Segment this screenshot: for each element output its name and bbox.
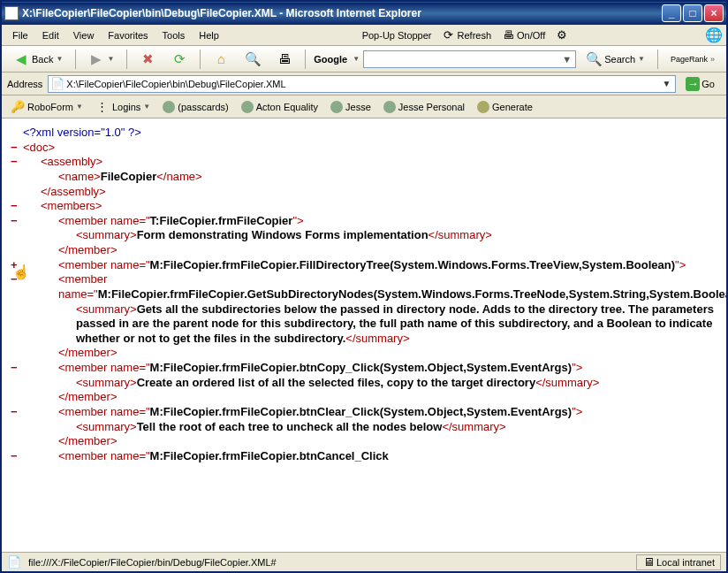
menubar: File Edit View Favorites Tools Help Pop-… bbox=[2, 25, 726, 46]
logins-button[interactable]: ⋮Logins▼ bbox=[92, 98, 154, 116]
page-icon: 📄 bbox=[7, 555, 21, 569]
xml-viewer[interactable]: <?xml version="1.0" ?> −<doc> −<assembly… bbox=[2, 118, 726, 552]
generate-button[interactable]: Generate bbox=[474, 99, 536, 115]
ie-window: X:\FileCopier\FileCopier\bin\Debug\FileC… bbox=[0, 0, 728, 573]
address-bar: Address 📄 ▼ →Go bbox=[2, 73, 726, 96]
person-icon bbox=[330, 101, 343, 113]
search-icon: 🔍 bbox=[586, 51, 602, 67]
collapse-toggle[interactable]: − bbox=[11, 405, 18, 420]
settings-icon[interactable]: ⚙ bbox=[551, 27, 573, 44]
forward-button[interactable]: ▶▼ bbox=[82, 48, 120, 71]
menu-help[interactable]: Help bbox=[192, 27, 226, 43]
xml-pi: <?xml version="1.0" ?> bbox=[23, 126, 141, 139]
window-title: X:\FileCopier\FileCopier\bin\Debug\FileC… bbox=[22, 7, 662, 19]
forward-arrow-icon: ▶ bbox=[88, 51, 104, 67]
generate-icon bbox=[477, 101, 489, 113]
roboform-button[interactable]: 🔑RoboForm▼ bbox=[7, 98, 87, 116]
go-arrow-icon: → bbox=[686, 77, 700, 91]
google-search-input[interactable] bbox=[364, 51, 558, 67]
roboform-icon: 🔑 bbox=[11, 100, 25, 114]
content-area: <?xml version="1.0" ?> −<doc> −<assembly… bbox=[2, 118, 726, 552]
collapse-toggle[interactable]: − bbox=[11, 272, 18, 287]
menu-favorites[interactable]: Favorites bbox=[101, 27, 155, 43]
collapse-toggle[interactable]: − bbox=[11, 199, 18, 214]
print-icon: 🖶 bbox=[277, 51, 292, 67]
pagerank-button[interactable]: PageRank» bbox=[664, 51, 721, 67]
refresh-button[interactable]: ⟳ bbox=[165, 48, 193, 71]
xml-file-icon: 📄 bbox=[50, 77, 64, 91]
back-button[interactable]: ◀Back▼ bbox=[7, 48, 69, 71]
menu-file[interactable]: File bbox=[5, 27, 35, 43]
onoff-link[interactable]: 🖶On/Off bbox=[497, 27, 549, 44]
status-zone: 🖥Local intranet bbox=[636, 554, 721, 570]
popup-stopper-link[interactable]: Pop-Up Stopper bbox=[359, 28, 436, 42]
roboform-toolbar: 🔑RoboForm▼ ⋮Logins▼ (passcards) Acton Eq… bbox=[2, 96, 726, 118]
address-dropdown[interactable]: ▼ bbox=[659, 79, 673, 88]
back-arrow-icon: ◀ bbox=[13, 51, 29, 67]
refresh-link[interactable]: ⟳Refresh bbox=[438, 27, 496, 44]
collapse-toggle[interactable]: − bbox=[11, 155, 18, 170]
google-search-box: ▼ bbox=[363, 50, 576, 68]
print-button[interactable]: 🖶 bbox=[270, 48, 299, 71]
google-search-button[interactable]: 🔍Search▼ bbox=[580, 48, 651, 71]
menu-view[interactable]: View bbox=[66, 27, 102, 43]
collapse-toggle[interactable]: − bbox=[11, 361, 18, 376]
refresh-icon: ⟳ bbox=[171, 51, 187, 67]
collapse-toggle[interactable]: − bbox=[11, 449, 18, 464]
expand-toggle[interactable]: +☝ bbox=[11, 258, 18, 273]
nav-toolbar: ◀Back▼ ▶▼ ✖ ⟳ ⌂ 🔍 🖶 Google ▼ ▼ 🔍Search▼ … bbox=[2, 46, 726, 73]
titlebar: X:\FileCopier\FileCopier\bin\Debug\FileC… bbox=[2, 2, 726, 25]
address-label: Address bbox=[7, 79, 42, 89]
search-icon: 🔍 bbox=[245, 51, 261, 67]
stop-icon: ✖ bbox=[140, 51, 155, 67]
search-tool-button[interactable]: 🔍 bbox=[239, 48, 267, 71]
status-bar: 📄 file:///X:/FileCopier/FileCopier/bin/D… bbox=[2, 552, 726, 571]
person-icon bbox=[241, 101, 254, 113]
person-icon bbox=[383, 101, 396, 113]
maximize-button[interactable]: □ bbox=[683, 4, 702, 22]
menu-tools[interactable]: Tools bbox=[155, 27, 193, 43]
logins-icon: ⋮ bbox=[95, 100, 110, 114]
ie-throbber-icon: 🌐 bbox=[705, 27, 723, 44]
home-button[interactable]: ⌂ bbox=[207, 48, 235, 71]
intranet-icon: 🖥 bbox=[642, 555, 656, 569]
go-button[interactable]: →Go bbox=[679, 74, 721, 94]
jesse-button[interactable]: Jesse bbox=[327, 99, 375, 115]
acton-button[interactable]: Acton Equality bbox=[238, 99, 322, 115]
collapse-toggle[interactable]: − bbox=[11, 214, 18, 229]
home-icon: ⌂ bbox=[213, 51, 229, 67]
passcard-icon bbox=[163, 101, 175, 113]
google-dropdown[interactable]: ▼ bbox=[558, 51, 575, 67]
close-button[interactable]: × bbox=[704, 4, 724, 22]
printer-icon: 🖶 bbox=[501, 28, 515, 42]
jesse-personal-button[interactable]: Jesse Personal bbox=[380, 99, 468, 115]
menu-edit[interactable]: Edit bbox=[35, 27, 66, 43]
address-input[interactable] bbox=[64, 78, 659, 90]
app-icon bbox=[4, 6, 19, 20]
refresh-icon: ⟳ bbox=[442, 28, 456, 42]
collapse-toggle[interactable]: − bbox=[11, 141, 18, 156]
google-label: Google bbox=[312, 54, 349, 65]
minimize-button[interactable]: _ bbox=[662, 4, 681, 22]
status-url: file:///X:/FileCopier/FileCopier/bin/Deb… bbox=[28, 557, 629, 568]
passcards-button[interactable]: (passcards) bbox=[159, 99, 231, 115]
stop-button[interactable]: ✖ bbox=[133, 48, 162, 71]
